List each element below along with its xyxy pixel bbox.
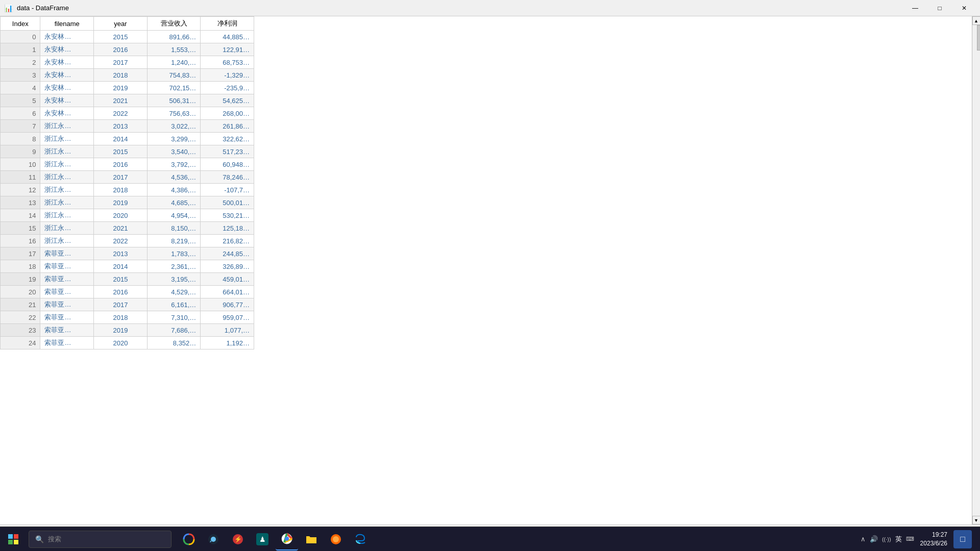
- cell-r23-c3: 7,686,…: [147, 324, 201, 337]
- taskbar-clock[interactable]: 19:27 2023/6/26: [920, 531, 947, 548]
- table-body: 0永安林…2015891,66…44,885…1永安林…20161,553,…1…: [1, 31, 254, 349]
- cell-r22-c0: 22: [1, 311, 40, 324]
- cell-r1-c1: 永安林…: [40, 43, 94, 56]
- table-row: 0永安林…2015891,66…44,885…: [1, 31, 254, 43]
- cell-r21-c2: 2017: [94, 298, 148, 311]
- cell-r9-c4: 517,23…: [201, 145, 254, 158]
- window-title: data - DataFrame: [17, 4, 69, 12]
- search-bar[interactable]: 🔍 搜索: [29, 531, 172, 548]
- notification-icon: □: [960, 535, 965, 544]
- cell-r5-c1: 永安林…: [40, 94, 94, 107]
- cell-r3-c2: 2018: [94, 69, 148, 82]
- cell-r13-c0: 13: [1, 196, 40, 209]
- titlebar-controls: — □ ✕: [903, 0, 976, 16]
- table-row: 15浙江永…20218,150,…125,18…: [1, 222, 254, 235]
- cell-r5-c2: 2021: [94, 94, 148, 107]
- chevron-up-icon[interactable]: ∧: [861, 535, 866, 543]
- table-row: 9浙江永…20153,540,…517,23…: [1, 145, 254, 158]
- col-revenue: 营业收入: [147, 17, 201, 31]
- cell-r21-c4: 906,77…: [201, 298, 254, 311]
- taskbar-teal-icon[interactable]: ♟: [251, 528, 274, 550]
- cell-r14-c1: 浙江永…: [40, 209, 94, 222]
- cell-r0-c2: 2015: [94, 31, 148, 43]
- svg-point-11: [333, 536, 339, 542]
- taskbar-edge-icon[interactable]: [349, 528, 372, 550]
- cell-r18-c1: 索菲亚…: [40, 260, 94, 273]
- wifi-icon[interactable]: ((·)): [882, 536, 891, 542]
- keyboard-icon[interactable]: ⌨: [906, 536, 914, 542]
- table-scroll[interactable]: Index filename year 营业收入 净利润 0永安林…201589…: [0, 16, 972, 524]
- scroll-thumb[interactable]: [977, 25, 981, 51]
- cell-r14-c0: 14: [1, 209, 40, 222]
- cell-r10-c0: 10: [1, 158, 40, 171]
- cell-r14-c2: 2020: [94, 209, 148, 222]
- cell-r19-c4: 459,01…: [201, 273, 254, 286]
- language-indicator[interactable]: 英: [895, 535, 902, 544]
- taskbar-folder-icon[interactable]: [300, 528, 323, 550]
- cell-r17-c2: 2013: [94, 247, 148, 260]
- cell-r0-c0: 0: [1, 31, 40, 43]
- cell-r22-c2: 2018: [94, 311, 148, 324]
- table-row: 19索菲亚…20153,195,…459,01…: [1, 273, 254, 286]
- cell-r10-c2: 2016: [94, 158, 148, 171]
- table-row: 20索菲亚…20164,529,…664,01…: [1, 286, 254, 298]
- cell-r20-c3: 4,529,…: [147, 286, 201, 298]
- cell-r15-c3: 8,150,…: [147, 222, 201, 235]
- cell-r15-c2: 2021: [94, 222, 148, 235]
- search-icon: 🔍: [35, 535, 44, 543]
- cell-r20-c0: 20: [1, 286, 40, 298]
- cell-r13-c3: 4,685,…: [147, 196, 201, 209]
- start-button[interactable]: [0, 527, 27, 552]
- time-display: 19:27: [920, 531, 947, 539]
- cell-r1-c0: 1: [1, 43, 40, 56]
- svg-text:♟: ♟: [259, 535, 266, 543]
- taskbar-multicolor-icon[interactable]: [178, 528, 200, 550]
- volume-icon[interactable]: 🔊: [870, 535, 878, 543]
- cell-r2-c4: 68,753…: [201, 56, 254, 69]
- svg-point-2: [211, 537, 216, 542]
- cell-r8-c4: 322,62…: [201, 133, 254, 145]
- cell-r24-c1: 索菲亚…: [40, 337, 94, 349]
- cell-r18-c4: 326,89…: [201, 260, 254, 273]
- scroll-down-arrow[interactable]: ▼: [972, 516, 981, 524]
- scroll-up-arrow[interactable]: ▲: [972, 16, 981, 25]
- cell-r13-c1: 浙江永…: [40, 196, 94, 209]
- cell-r13-c2: 2019: [94, 196, 148, 209]
- titlebar: 📊 data - DataFrame — □ ✕: [0, 0, 980, 16]
- cell-r20-c2: 2016: [94, 286, 148, 298]
- cell-r2-c3: 1,240,…: [147, 56, 201, 69]
- taskbar-steam-icon[interactable]: [202, 528, 225, 550]
- cell-r2-c2: 2017: [94, 56, 148, 69]
- right-scrollbar[interactable]: ▲ ▼: [972, 16, 980, 524]
- taskbar-chrome-icon[interactable]: [276, 528, 298, 550]
- cell-r23-c2: 2019: [94, 324, 148, 337]
- cell-r11-c3: 4,536,…: [147, 171, 201, 184]
- table-row: 1永安林…20161,553,…122,91…: [1, 43, 254, 56]
- cell-r4-c0: 4: [1, 82, 40, 94]
- taskbar-orange-icon[interactable]: [325, 528, 347, 550]
- table-row: 17索菲亚…20131,783,…244,85…: [1, 247, 254, 260]
- cell-r22-c3: 7,310,…: [147, 311, 201, 324]
- cell-r12-c3: 4,386,…: [147, 184, 201, 196]
- cell-r8-c1: 浙江永…: [40, 133, 94, 145]
- maximize-button[interactable]: □: [928, 0, 951, 16]
- cell-r10-c4: 60,948…: [201, 158, 254, 171]
- cell-r9-c0: 9: [1, 145, 40, 158]
- cell-r22-c1: 索菲亚…: [40, 311, 94, 324]
- cell-r16-c4: 216,82…: [201, 235, 254, 247]
- notification-button[interactable]: □: [953, 530, 972, 548]
- table-row: 23索菲亚…20197,686,…1,077,…: [1, 324, 254, 337]
- cell-r4-c4: -235,9…: [201, 82, 254, 94]
- cell-r11-c0: 11: [1, 171, 40, 184]
- table-row: 21索菲亚…20176,161,…906,77…: [1, 298, 254, 311]
- minimize-button[interactable]: —: [903, 0, 927, 16]
- cell-r18-c3: 2,361,…: [147, 260, 201, 273]
- cell-r12-c4: -107,7…: [201, 184, 254, 196]
- table-row: 13浙江永…20194,685,…500,01…: [1, 196, 254, 209]
- taskbar-red-icon[interactable]: ⚡: [227, 528, 249, 550]
- close-window-button[interactable]: ✕: [952, 0, 976, 16]
- cell-r6-c4: 268,00…: [201, 107, 254, 120]
- cell-r24-c3: 8,352…: [147, 337, 201, 349]
- cell-r11-c4: 78,246…: [201, 171, 254, 184]
- main-window: Index filename year 营业收入 净利润 0永安林…201589…: [0, 16, 980, 543]
